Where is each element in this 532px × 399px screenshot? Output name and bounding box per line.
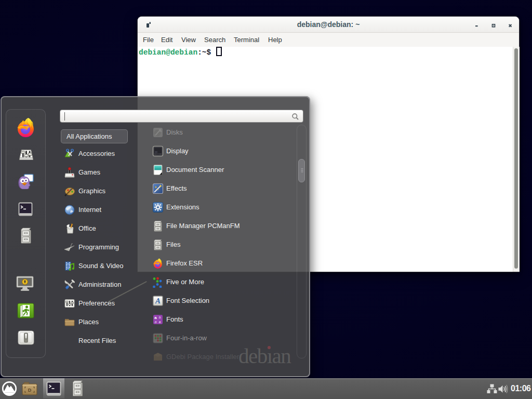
- svg-text:a: a: [155, 320, 157, 324]
- svg-text:D: D: [28, 388, 32, 393]
- svg-text:a: a: [154, 315, 157, 320]
- svg-text:a: a: [159, 320, 161, 324]
- svg-text:a: a: [159, 315, 161, 319]
- svg-text:A: A: [155, 297, 161, 305]
